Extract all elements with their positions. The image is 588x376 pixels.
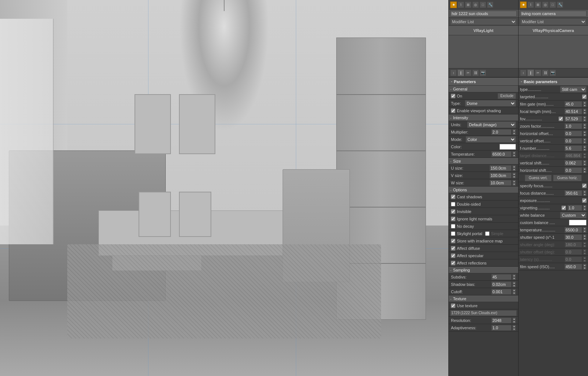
fsp-down[interactable]: ▼ <box>583 267 587 270</box>
resolution-input[interactable] <box>491 318 512 323</box>
simple-checkbox[interactable] <box>485 231 490 236</box>
on-checkbox[interactable] <box>451 94 455 98</box>
rp-exposure-checkbox[interactable] <box>582 198 587 203</box>
right-panel-name-input[interactable]: living room camera <box>520 11 587 17</box>
pipe2-icon[interactable]: | <box>527 70 534 76</box>
no-decay-checkbox[interactable] <box>451 224 455 228</box>
subdivs-up[interactable]: ▲ <box>512 274 516 277</box>
zoom-down[interactable]: ▼ <box>583 126 587 129</box>
rp-focusdist-input[interactable] <box>564 190 582 196</box>
fn-down[interactable]: ▼ <box>583 148 587 151</box>
subdivs-input[interactable] <box>491 274 512 280</box>
general-minus[interactable]: - <box>450 87 452 91</box>
cutoff-input[interactable] <box>491 289 512 295</box>
section-minus-icon[interactable]: - <box>451 79 452 84</box>
td-down[interactable]: ▼ <box>583 156 587 159</box>
use-texture-checkbox[interactable] <box>451 304 455 308</box>
adapt-up[interactable]: ▲ <box>512 325 516 328</box>
rp-hoffset-input[interactable] <box>564 131 582 136</box>
left-modifier-dropdown[interactable]: Modifier List <box>450 18 517 25</box>
camera3-icon[interactable]: 📷 <box>549 70 556 76</box>
tools-icon[interactable]: 🔧 <box>487 1 494 8</box>
link-icon2[interactable]: ⛓ <box>472 70 479 76</box>
sa-down[interactable]: ▼ <box>583 245 587 248</box>
multiplier-down[interactable]: ▼ <box>512 132 516 135</box>
options-minus[interactable]: - <box>450 188 452 192</box>
grid2-icon[interactable]: ⊞ <box>465 1 472 8</box>
so-up[interactable]: ▲ <box>583 249 587 252</box>
vig-up[interactable]: ▲ <box>583 205 587 208</box>
rp-wb-dropdown[interactable]: Custom <box>560 212 587 219</box>
temperature-input[interactable] <box>491 151 512 157</box>
rp-vshift-input[interactable] <box>564 160 582 166</box>
star2-icon[interactable]: ★ <box>520 1 527 8</box>
fov-up[interactable]: ▲ <box>583 116 587 119</box>
hs-down[interactable]: ▼ <box>583 170 587 173</box>
hs-up[interactable]: ▲ <box>583 167 587 170</box>
fl-down[interactable]: ▼ <box>583 111 587 114</box>
affect-diffuse-checkbox[interactable] <box>451 246 455 251</box>
affect-specular-checkbox[interactable] <box>451 253 455 258</box>
vs-up[interactable]: ▲ <box>583 160 587 163</box>
guess-vert-button[interactable]: Guess vert. <box>525 175 552 181</box>
sbias-up[interactable]: ▲ <box>512 281 516 284</box>
lat-down[interactable]: ▼ <box>583 259 587 262</box>
left-panel-name-input[interactable]: hdr 1222 sun clouds <box>450 11 517 17</box>
vsize-input[interactable] <box>490 173 512 178</box>
adaptiveness-input[interactable] <box>491 325 512 331</box>
so-down[interactable]: ▼ <box>583 252 587 255</box>
rp-vignetting-input[interactable] <box>567 205 582 211</box>
texture-minus[interactable]: - <box>450 297 452 301</box>
vs-down[interactable]: ▼ <box>583 163 587 166</box>
texture-filename-input[interactable] <box>450 310 517 316</box>
star-icon[interactable]: ★ <box>450 1 457 8</box>
temp-up[interactable]: ▲ <box>512 151 516 154</box>
rp-fov-input[interactable] <box>564 116 582 122</box>
fov-down[interactable]: ▼ <box>583 119 587 122</box>
right-modifier-dropdown[interactable]: Modifier List <box>520 18 587 25</box>
color-swatch[interactable] <box>499 144 516 150</box>
cutoff-up[interactable]: ▲ <box>512 289 516 292</box>
basic-params-minus[interactable]: - <box>521 79 522 84</box>
ss-down[interactable]: ▼ <box>583 237 587 240</box>
store-irradiance-checkbox[interactable] <box>451 239 455 243</box>
enable-viewport-checkbox[interactable] <box>451 109 455 113</box>
rp-targetdist-input[interactable] <box>564 153 582 159</box>
sa-up[interactable]: ▲ <box>583 242 587 245</box>
cut-icon[interactable]: ✂ <box>465 70 472 76</box>
grid3-icon[interactable]: ⊞ <box>535 1 541 8</box>
rtemp-down[interactable]: ▼ <box>583 230 587 233</box>
td-up[interactable]: ▲ <box>583 153 587 156</box>
rp-vignetting-checkbox[interactable] <box>562 206 566 210</box>
vig-down[interactable]: ▼ <box>583 208 587 211</box>
skylight-checkbox[interactable] <box>451 231 455 236</box>
temp-down[interactable]: ▼ <box>512 154 516 157</box>
fg-up[interactable]: ▲ <box>583 101 587 104</box>
rp-focal-input[interactable] <box>564 109 582 114</box>
circle2-icon[interactable]: ◎ <box>542 1 549 8</box>
exclude-button[interactable]: Exclude <box>498 93 516 99</box>
fd-up[interactable]: ▲ <box>583 190 587 193</box>
intensity-minus[interactable]: - <box>450 116 452 120</box>
shadow-bias-input[interactable] <box>491 281 512 287</box>
subdivs-down[interactable]: ▼ <box>512 277 516 280</box>
cut2-icon[interactable]: ✂ <box>535 70 541 76</box>
lat-up[interactable]: ▲ <box>583 256 587 259</box>
cutoff-down[interactable]: ▼ <box>512 292 516 295</box>
rp-fov-checkbox[interactable] <box>559 117 563 121</box>
fsp-up[interactable]: ▲ <box>583 264 587 267</box>
move3-icon[interactable]: ↕ <box>520 70 527 76</box>
ho-down[interactable]: ▼ <box>583 134 587 136</box>
rp-shutterspeed-input[interactable] <box>564 234 582 240</box>
rp-filmspeed-input[interactable] <box>564 264 582 270</box>
fl-up[interactable]: ▲ <box>583 109 587 111</box>
tools2-icon[interactable]: 🔧 <box>557 1 563 8</box>
usize-down[interactable]: ▼ <box>512 168 516 171</box>
rp-targeted-checkbox[interactable] <box>582 95 587 99</box>
rp-fnumber-input[interactable] <box>564 145 582 151</box>
double-sided-checkbox[interactable] <box>451 202 455 206</box>
usize-up[interactable]: ▲ <box>512 165 516 168</box>
res-down[interactable]: ▼ <box>512 320 516 323</box>
graph-icon[interactable]: ⌇ <box>458 1 464 8</box>
fg-down[interactable]: ▼ <box>583 104 587 107</box>
